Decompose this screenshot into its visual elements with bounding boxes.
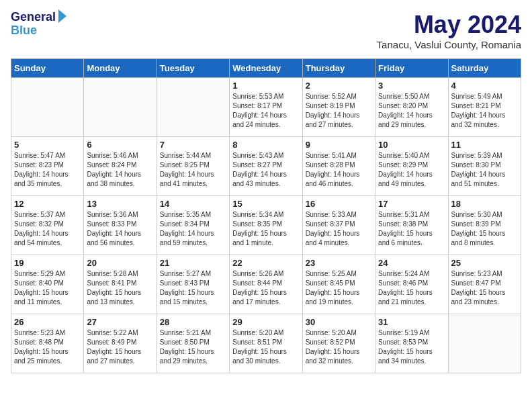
day-number: 21: [160, 258, 226, 268]
day-info: Sunrise: 5:36 AM Sunset: 8:33 PM Dayligh…: [87, 210, 153, 248]
calendar-cell: 31Sunrise: 5:19 AM Sunset: 8:53 PM Dayli…: [375, 314, 448, 373]
day-number: 29: [232, 317, 299, 327]
day-number: 8: [232, 140, 299, 150]
day-info: Sunrise: 5:24 AM Sunset: 8:46 PM Dayligh…: [378, 269, 445, 307]
day-info: Sunrise: 5:41 AM Sunset: 8:28 PM Dayligh…: [306, 151, 372, 189]
day-number: 30: [306, 317, 372, 327]
calendar-header: SundayMondayTuesdayWednesdayThursdayFrid…: [11, 59, 521, 78]
calendar-cell: [84, 78, 157, 137]
day-number: 1: [232, 81, 299, 91]
day-number: 24: [378, 258, 445, 268]
month-year-title: May 2024: [377, 11, 521, 39]
calendar-cell: 12Sunrise: 5:37 AM Sunset: 8:32 PM Dayli…: [11, 196, 84, 255]
day-number: 9: [306, 140, 372, 150]
day-info: Sunrise: 5:33 AM Sunset: 8:37 PM Dayligh…: [306, 210, 372, 248]
calendar-week-row: 26Sunrise: 5:23 AM Sunset: 8:48 PM Dayli…: [11, 314, 521, 373]
calendar-table: SundayMondayTuesdayWednesdayThursdayFrid…: [11, 58, 521, 373]
logo-triangle-icon: [58, 9, 66, 23]
day-number: 27: [87, 317, 153, 327]
day-number: 16: [306, 199, 372, 209]
calendar-week-row: 19Sunrise: 5:29 AM Sunset: 8:40 PM Dayli…: [11, 255, 521, 314]
logo: General Blue: [11, 11, 66, 38]
day-info: Sunrise: 5:30 AM Sunset: 8:39 PM Dayligh…: [451, 210, 518, 248]
calendar-cell: 23Sunrise: 5:25 AM Sunset: 8:45 PM Dayli…: [302, 255, 375, 314]
calendar-cell: 6Sunrise: 5:46 AM Sunset: 8:24 PM Daylig…: [84, 137, 157, 196]
location-text: Tanacu, Vaslui County, Romania: [377, 39, 521, 50]
calendar-cell: 29Sunrise: 5:20 AM Sunset: 8:51 PM Dayli…: [230, 314, 302, 373]
calendar-cell: 4Sunrise: 5:49 AM Sunset: 8:21 PM Daylig…: [448, 78, 521, 137]
day-header-friday: Friday: [375, 59, 448, 78]
calendar-cell: 28Sunrise: 5:21 AM Sunset: 8:50 PM Dayli…: [157, 314, 229, 373]
day-info: Sunrise: 5:43 AM Sunset: 8:27 PM Dayligh…: [232, 151, 299, 189]
day-number: 4: [451, 81, 518, 91]
calendar-cell: 13Sunrise: 5:36 AM Sunset: 8:33 PM Dayli…: [84, 196, 157, 255]
day-info: Sunrise: 5:46 AM Sunset: 8:24 PM Dayligh…: [87, 151, 153, 189]
day-header-saturday: Saturday: [448, 59, 521, 78]
calendar-cell: 7Sunrise: 5:44 AM Sunset: 8:25 PM Daylig…: [157, 137, 229, 196]
day-number: 17: [378, 199, 445, 209]
day-info: Sunrise: 5:31 AM Sunset: 8:38 PM Dayligh…: [378, 210, 445, 248]
day-header-tuesday: Tuesday: [157, 59, 229, 78]
calendar-cell: 26Sunrise: 5:23 AM Sunset: 8:48 PM Dayli…: [11, 314, 84, 373]
day-number: 13: [87, 199, 153, 209]
day-number: 28: [160, 317, 226, 327]
day-number: 12: [14, 199, 81, 209]
day-info: Sunrise: 5:39 AM Sunset: 8:30 PM Dayligh…: [451, 151, 518, 189]
day-info: Sunrise: 5:21 AM Sunset: 8:50 PM Dayligh…: [160, 328, 226, 366]
day-number: 10: [378, 140, 445, 150]
calendar-cell: 25Sunrise: 5:23 AM Sunset: 8:47 PM Dayli…: [448, 255, 521, 314]
calendar-week-row: 5Sunrise: 5:47 AM Sunset: 8:23 PM Daylig…: [11, 137, 521, 196]
calendar-body: 1Sunrise: 5:53 AM Sunset: 8:17 PM Daylig…: [11, 78, 521, 373]
calendar-cell: [11, 78, 84, 137]
day-number: 7: [160, 140, 226, 150]
day-info: Sunrise: 5:34 AM Sunset: 8:35 PM Dayligh…: [232, 210, 299, 248]
calendar-cell: 22Sunrise: 5:26 AM Sunset: 8:44 PM Dayli…: [230, 255, 302, 314]
calendar-cell: 1Sunrise: 5:53 AM Sunset: 8:17 PM Daylig…: [230, 78, 302, 137]
day-header-wednesday: Wednesday: [230, 59, 302, 78]
calendar-cell: 21Sunrise: 5:27 AM Sunset: 8:43 PM Dayli…: [157, 255, 229, 314]
day-number: 31: [378, 317, 445, 327]
day-number: 3: [378, 81, 445, 91]
calendar-cell: 30Sunrise: 5:20 AM Sunset: 8:52 PM Dayli…: [302, 314, 375, 373]
calendar-cell: [448, 314, 521, 373]
day-number: 25: [451, 258, 518, 268]
calendar-cell: 10Sunrise: 5:40 AM Sunset: 8:29 PM Dayli…: [375, 137, 448, 196]
day-number: 14: [160, 199, 226, 209]
day-info: Sunrise: 5:50 AM Sunset: 8:20 PM Dayligh…: [378, 92, 445, 130]
day-number: 26: [14, 317, 81, 327]
day-header-sunday: Sunday: [11, 59, 84, 78]
day-number: 5: [14, 140, 81, 150]
day-info: Sunrise: 5:53 AM Sunset: 8:17 PM Dayligh…: [232, 92, 299, 130]
days-of-week-row: SundayMondayTuesdayWednesdayThursdayFrid…: [11, 59, 521, 78]
logo-text-general: General: [11, 11, 56, 24]
calendar-cell: 18Sunrise: 5:30 AM Sunset: 8:39 PM Dayli…: [448, 196, 521, 255]
day-info: Sunrise: 5:19 AM Sunset: 8:53 PM Dayligh…: [378, 328, 445, 366]
day-number: 23: [306, 258, 372, 268]
day-header-thursday: Thursday: [302, 59, 375, 78]
day-number: 2: [306, 81, 372, 91]
calendar-cell: 5Sunrise: 5:47 AM Sunset: 8:23 PM Daylig…: [11, 137, 84, 196]
calendar-cell: [157, 78, 229, 137]
day-number: 20: [87, 258, 153, 268]
calendar-cell: 19Sunrise: 5:29 AM Sunset: 8:40 PM Dayli…: [11, 255, 84, 314]
day-info: Sunrise: 5:40 AM Sunset: 8:29 PM Dayligh…: [378, 151, 445, 189]
day-info: Sunrise: 5:27 AM Sunset: 8:43 PM Dayligh…: [160, 269, 226, 307]
day-info: Sunrise: 5:20 AM Sunset: 8:52 PM Dayligh…: [306, 328, 372, 366]
calendar-cell: 20Sunrise: 5:28 AM Sunset: 8:41 PM Dayli…: [84, 255, 157, 314]
day-info: Sunrise: 5:52 AM Sunset: 8:19 PM Dayligh…: [306, 92, 372, 130]
calendar-cell: 15Sunrise: 5:34 AM Sunset: 8:35 PM Dayli…: [230, 196, 302, 255]
logo-text-blue: Blue: [11, 24, 37, 38]
page-header: General Blue May 2024 Tanacu, Vaslui Cou…: [11, 11, 521, 50]
calendar-cell: 9Sunrise: 5:41 AM Sunset: 8:28 PM Daylig…: [302, 137, 375, 196]
calendar-cell: 11Sunrise: 5:39 AM Sunset: 8:30 PM Dayli…: [448, 137, 521, 196]
title-block: May 2024 Tanacu, Vaslui County, Romania: [377, 11, 521, 50]
day-number: 18: [451, 199, 518, 209]
calendar-cell: 16Sunrise: 5:33 AM Sunset: 8:37 PM Dayli…: [302, 196, 375, 255]
calendar-cell: 2Sunrise: 5:52 AM Sunset: 8:19 PM Daylig…: [302, 78, 375, 137]
day-number: 15: [232, 199, 299, 209]
day-info: Sunrise: 5:20 AM Sunset: 8:51 PM Dayligh…: [232, 328, 299, 366]
calendar-cell: 14Sunrise: 5:35 AM Sunset: 8:34 PM Dayli…: [157, 196, 229, 255]
day-info: Sunrise: 5:35 AM Sunset: 8:34 PM Dayligh…: [160, 210, 226, 248]
day-info: Sunrise: 5:37 AM Sunset: 8:32 PM Dayligh…: [14, 210, 81, 248]
day-info: Sunrise: 5:25 AM Sunset: 8:45 PM Dayligh…: [306, 269, 372, 307]
